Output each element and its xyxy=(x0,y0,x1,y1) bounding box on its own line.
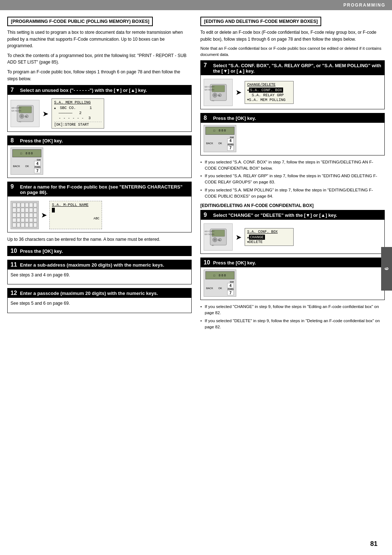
step-10-left-number: 10 xyxy=(11,248,18,254)
key-12 xyxy=(33,208,37,212)
left-section-heading: [PROGRAMMING F-CODE PUBLIC (POLLING MEMO… xyxy=(7,17,153,26)
key-30 xyxy=(33,223,37,227)
ok-device-inner-8r: ☐ 888 BACK OK GHI 4 PORS 7 xyxy=(205,127,234,151)
left-para-3: To program an F-code public box, follow … xyxy=(7,69,192,82)
arrow-step9: ➤ xyxy=(41,211,47,219)
back-label-10r: BACK xyxy=(206,287,213,289)
step-10-left-header: 10 Press the [OK] key. xyxy=(8,246,191,256)
ok-device-10r: ☐ 888 BACK OK GHI 4 PORS 7 xyxy=(204,270,236,297)
page-number: 81 xyxy=(370,540,377,548)
step-9-left-number: 9 xyxy=(11,183,18,190)
bullet-item-8r-3: If you selected "S.A. MEM POLLING" in st… xyxy=(200,187,385,200)
ok-screen-8r: ☐ 888 xyxy=(205,127,234,135)
lcd-9r-delete-row: ▼ DELETE xyxy=(247,240,291,244)
step-7-right-body: ED COPY EX SCAN OK PO ➤ xyxy=(201,75,384,109)
ok-buttons-8r: BACK OK GHI 4 PORS 7 xyxy=(205,136,234,151)
step-11-text: Enter a sub-address (maximum 20 digits) … xyxy=(20,262,164,268)
step-8-left-number: 8 xyxy=(11,137,18,144)
step-9-lcd-name: S.A. M-POLL NAME ABC xyxy=(49,201,102,229)
arrow-step7-left: ➤ xyxy=(42,109,49,118)
lcd-9r-delete: DELETE xyxy=(249,240,263,244)
key-3 xyxy=(21,203,25,207)
top-bar: PROGRAMMING xyxy=(0,0,392,10)
key-18 xyxy=(33,213,37,218)
key-6 xyxy=(33,203,37,207)
abc-label: ABC xyxy=(52,217,99,220)
numpad-10r: GHI 4 PORS 7 xyxy=(227,281,234,295)
step-8-right-number: 8 xyxy=(204,115,211,121)
svg-text:OK: OK xyxy=(25,116,28,118)
step-10-right-number: 10 xyxy=(204,259,211,266)
step-11-header: 11 Enter a sub-address (maximum 20 digit… xyxy=(8,260,191,270)
arrow-step9-right: ➤ xyxy=(236,233,242,242)
lcd-7r-conf-box: S.A. CONF. BOX xyxy=(249,88,283,93)
step-10-right-body: ☐ 888 BACK OK GHI 4 PORS 7 xyxy=(201,267,384,300)
left-para-2: To check the contents of a programmed bo… xyxy=(7,52,192,66)
back-label-8r: BACK xyxy=(206,142,213,145)
key-16 xyxy=(25,213,29,218)
key-15 xyxy=(21,213,25,218)
header-title: PROGRAMMING xyxy=(343,3,385,8)
svg-text:PO: PO xyxy=(212,100,214,102)
ok-device-8l: ☐ 888 BACK OK GHI 4 PORS 7 xyxy=(11,147,43,175)
step-7-right-header: 7 Select "S.A. CONF. BOX", "S.A. RELAY G… xyxy=(201,61,384,75)
side-tab: 6 xyxy=(381,247,392,291)
right-section-heading: [EDITING AND DELETING F-CODE MEMORY BOXE… xyxy=(200,17,321,26)
step-10-right-device-wrap: ☐ 888 BACK OK GHI 4 PORS 7 xyxy=(204,270,381,297)
ok-device-8r: ☐ 888 BACK OK GHI 4 PORS 7 xyxy=(204,125,236,152)
step-12-text: Enter a passcode (maximum 20 digits) wit… xyxy=(20,291,158,296)
ok-screen-8l: ☐ 888 xyxy=(12,149,41,157)
step-7-right-illustration: ED COPY EX SCAN OK PO ➤ xyxy=(204,79,381,106)
ok-device-inner-8l: ☐ 888 BACK OK GHI 4 PORS 7 xyxy=(12,149,41,173)
key-25 xyxy=(12,223,16,227)
svg-text:PO: PO xyxy=(19,121,21,123)
step-12-header: 12 Enter a passcode (maximum 20 digits) … xyxy=(8,288,191,298)
key-4-8r[interactable]: 4 xyxy=(227,138,234,143)
step-8-right-body: ☐ 888 BACK OK GHI 4 PORS 7 xyxy=(201,123,384,155)
step-7-left-illustration: ED COPY EX SCAN OK PO ➤ xyxy=(11,98,188,129)
step-11: 11 Enter a sub-address (maximum 20 digit… xyxy=(7,260,192,285)
side-tab-number: 6 xyxy=(384,267,389,270)
key-10 xyxy=(25,208,29,212)
bullet-item-8r-2: If you selected "S.A. RELAY GRP" in step… xyxy=(200,173,385,186)
key-23 xyxy=(29,218,33,223)
step-9-left-header: 9 Enter a name for the F-code public box… xyxy=(8,182,191,197)
step-7-right-text: Select "S.A. CONF. BOX", "S.A. RELAY GRP… xyxy=(213,63,381,74)
main-content: [PROGRAMMING F-CODE PUBLIC (POLLING MEMO… xyxy=(0,10,392,346)
step-7-left-lcd: S.A. MEM POLLING SBC CO. 1 —————— 2 - - … xyxy=(52,98,104,129)
key-7-10r[interactable]: 7 xyxy=(227,290,234,295)
step-12: 12 Enter a passcode (maximum 20 digits) … xyxy=(7,288,192,313)
step-12-note: See steps 5 and 6 on page 69. xyxy=(11,300,188,307)
step-7-right-lcd: CHANGE/DELETE ▲ S.A. CONF. BOX S.A. RELA… xyxy=(245,81,294,104)
bullet-item-10r-1: If you selected "CHANGE" in step 9, foll… xyxy=(200,304,385,316)
key-2 xyxy=(17,203,21,207)
key-17 xyxy=(29,213,33,218)
ok-label-8r: OK xyxy=(218,142,222,145)
key-20 xyxy=(17,218,21,223)
ok-buttons-10r: BACK OK GHI 4 PORS 7 xyxy=(205,281,234,295)
lcd-9r-title: S.A. CONF. BOX xyxy=(247,230,291,234)
step-9-right-number: 9 xyxy=(204,212,211,218)
step-7-left-header: 7 Select an unused box ("- - - - - -") w… xyxy=(8,85,191,95)
key-7-8r[interactable]: 7 xyxy=(227,146,234,151)
key-22 xyxy=(25,218,29,223)
key-26 xyxy=(17,223,21,227)
keyboard-device-9l xyxy=(11,201,39,229)
dev-side-labels: ED COPY EX SCAN xyxy=(12,107,21,112)
key-4-10r[interactable]: 4 xyxy=(227,283,234,288)
step-9-right-lcd: S.A. CONF. BOX ▲ CHANGE ▼ DELETE xyxy=(245,228,294,246)
key-21 xyxy=(21,218,25,223)
step-12-body: See steps 5 and 6 on page 69. xyxy=(8,298,191,313)
step-7-right-number: 7 xyxy=(204,62,211,69)
step-9-right-illustration: ED COPY EX SCAN OK AC ➤ xyxy=(204,223,381,251)
step-8-right-header: 8 Press the [OK] key. xyxy=(201,113,384,123)
step-10-left-text: Press the [OK] key. xyxy=(20,248,63,254)
key-7-8l[interactable]: 7 xyxy=(34,168,41,173)
step-7-left-body: ED COPY EX SCAN OK PO ➤ xyxy=(8,95,191,131)
dev-side-labels-9r: ED COPY EX SCAN xyxy=(205,230,215,235)
bullet-list-8r: If you selected "S.A. CONF. BOX" in step… xyxy=(200,159,385,200)
step-9-left-text: Enter a name for the F-code public box (… xyxy=(20,184,188,195)
lcd-row-7l-1: SBC CO. 1 xyxy=(54,105,102,110)
key-4-8l[interactable]: 4 xyxy=(34,161,41,166)
key-13 xyxy=(12,213,16,218)
